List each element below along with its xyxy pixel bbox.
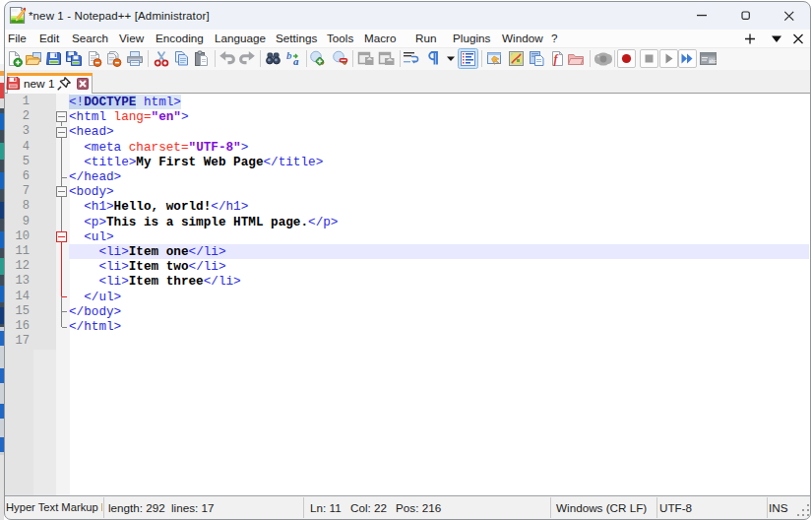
svg-text:abc: abc [709,59,717,64]
svg-text:b: b [286,50,292,61]
